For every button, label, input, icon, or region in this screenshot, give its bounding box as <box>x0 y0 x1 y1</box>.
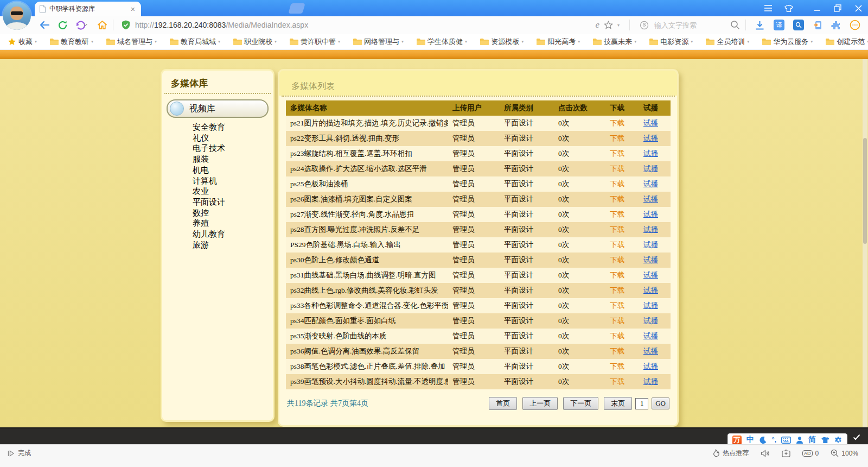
address-bar[interactable]: http://192.168.20.240:8083/Media/MediaIn… <box>119 18 595 32</box>
ime-confirm-check-icon[interactable] <box>853 434 860 440</box>
download-link[interactable]: 下载 <box>605 134 639 143</box>
browser-tab[interactable]: 中职学科资源库 × <box>35 2 141 16</box>
download-link[interactable]: 下载 <box>605 194 639 204</box>
bookmark-folder[interactable]: 创建示范 ▾ <box>825 37 868 47</box>
ie-compat-icon[interactable]: e <box>595 20 599 30</box>
category-item[interactable]: 旅游 <box>193 240 273 251</box>
theme-skin-icon[interactable] <box>784 4 793 12</box>
page-number-input[interactable] <box>635 398 648 409</box>
favorite-star-icon[interactable] <box>604 21 613 30</box>
first-page-button[interactable]: 首页 <box>489 397 517 410</box>
download-link[interactable]: 下载 <box>605 346 639 356</box>
video-library-button[interactable]: 视频库 <box>167 99 269 118</box>
ime-simplified-toggle[interactable]: 简 <box>808 435 816 445</box>
play-link[interactable]: 试播 <box>639 118 671 128</box>
category-item[interactable]: 数控 <box>193 208 273 219</box>
page-search-icon[interactable] <box>793 20 804 30</box>
ime-skin-icon[interactable] <box>821 437 829 444</box>
play-link[interactable]: 试播 <box>639 331 671 341</box>
browser-menu-icon[interactable] <box>764 4 773 12</box>
extensions-puzzle-icon[interactable] <box>831 20 841 30</box>
download-link[interactable]: 下载 <box>605 149 639 159</box>
page-scrollbar[interactable] <box>863 59 867 427</box>
screenshot-button[interactable] <box>782 450 790 457</box>
bookmark-folder[interactable]: 网络管理与 ▾ <box>353 37 404 47</box>
address-dropdown-caret-icon[interactable]: ▾ <box>617 23 620 28</box>
play-link[interactable]: 试播 <box>639 210 671 219</box>
play-link[interactable]: 试播 <box>639 225 671 235</box>
category-item[interactable]: 服装 <box>193 154 273 165</box>
download-link[interactable]: 下载 <box>605 240 639 250</box>
ime-language-toggle[interactable]: 中 <box>746 435 754 445</box>
go-button[interactable]: GO <box>652 397 669 409</box>
play-link[interactable]: 试播 <box>639 179 671 189</box>
ime-keyboard-icon[interactable] <box>781 437 791 444</box>
refresh-icon[interactable] <box>58 20 68 30</box>
zoom-control[interactable]: 100% <box>831 449 858 457</box>
translate-icon[interactable]: 译 <box>774 20 784 30</box>
play-link[interactable]: 试播 <box>639 286 671 295</box>
play-link[interactable]: 试播 <box>639 194 671 204</box>
bookmark-folder[interactable]: 阳光高考 ▾ <box>536 37 580 47</box>
bookmark-folder[interactable]: 技赢未来 ▾ <box>592 37 636 47</box>
category-item[interactable]: 幼儿教育 <box>193 229 273 240</box>
hot-recommend-button[interactable]: 热点推荐 <box>712 449 749 458</box>
download-link[interactable]: 下载 <box>605 316 639 326</box>
play-link[interactable]: 试播 <box>639 346 671 356</box>
user-avatar[interactable] <box>3 2 31 30</box>
tab-close-icon[interactable]: × <box>129 5 137 13</box>
bookmark-folder[interactable]: 黄许职中管 ▾ <box>289 37 340 47</box>
close-icon[interactable] <box>854 4 863 12</box>
category-item[interactable]: 农业 <box>193 186 273 197</box>
download-link[interactable]: 下载 <box>605 362 639 371</box>
download-link[interactable]: 下载 <box>605 301 639 311</box>
category-item[interactable]: 安全教育 <box>193 122 273 133</box>
play-link[interactable]: 试播 <box>639 255 671 265</box>
next-page-button[interactable]: 下一页 <box>563 397 598 410</box>
play-link[interactable]: 试播 <box>639 316 671 326</box>
category-item[interactable]: 计算机 <box>193 176 273 187</box>
ime-settings-gear-icon[interactable] <box>834 436 843 444</box>
bookmark-folder[interactable]: 教育局城域 ▾ <box>169 37 220 47</box>
bookmark-folder[interactable]: 华为云服务 ▾ <box>762 37 813 47</box>
back-icon[interactable] <box>39 21 50 29</box>
category-item[interactable]: 礼仪 <box>193 133 273 144</box>
category-item[interactable]: 平面设计 <box>193 197 273 208</box>
bookmark-folder[interactable]: 全员培训 ▾ <box>705 37 749 47</box>
ad-blocker-indicator[interactable]: AD 0 <box>802 450 819 457</box>
download-link[interactable]: 下载 <box>605 164 639 174</box>
download-link[interactable]: 下载 <box>605 225 639 235</box>
download-link[interactable]: 下载 <box>605 377 639 387</box>
restore-icon[interactable] <box>833 4 842 12</box>
category-item[interactable]: 机电 <box>193 165 273 176</box>
download-link[interactable]: 下载 <box>605 179 639 189</box>
download-manager-icon[interactable] <box>755 20 765 30</box>
bookmark-folder[interactable]: 学生体质健 ▾ <box>416 37 467 47</box>
bookmark-folder[interactable]: 职业院校 ▾ <box>233 37 277 47</box>
download-link[interactable]: 下载 <box>605 210 639 219</box>
download-link[interactable]: 下载 <box>605 270 639 280</box>
play-link[interactable]: 试播 <box>639 149 671 159</box>
bookmark-folder[interactable]: 教育教研 ▾ <box>49 37 93 47</box>
scrollbar-thumb[interactable] <box>863 138 867 244</box>
ime-night-mode-icon[interactable] <box>759 436 767 444</box>
home-icon[interactable] <box>97 20 107 30</box>
more-menu-icon[interactable] <box>850 20 860 30</box>
favorites-button[interactable]: 收藏 ▾ <box>8 37 37 47</box>
ime-brand-icon[interactable]: 万 <box>732 436 742 445</box>
category-item[interactable]: 养殖 <box>193 218 273 229</box>
bookmark-folder[interactable]: 资源模板 ▾ <box>480 37 524 47</box>
download-link[interactable]: 下载 <box>605 286 639 295</box>
category-item[interactable]: 电子技术 <box>193 143 273 154</box>
search-input[interactable] <box>653 21 726 30</box>
mute-button[interactable] <box>761 450 770 457</box>
play-link[interactable]: 试播 <box>639 270 671 280</box>
download-link[interactable]: 下载 <box>605 255 639 265</box>
play-link[interactable]: 试播 <box>639 377 671 387</box>
bookmark-folder[interactable]: 域名管理与 ▾ <box>106 37 157 47</box>
new-tab-button[interactable] <box>288 3 305 14</box>
play-link[interactable]: 试播 <box>639 301 671 311</box>
play-link[interactable]: 试播 <box>639 134 671 143</box>
bookmark-folder[interactable]: 电影资源 ▾ <box>649 37 693 47</box>
play-link[interactable]: 试播 <box>639 164 671 174</box>
